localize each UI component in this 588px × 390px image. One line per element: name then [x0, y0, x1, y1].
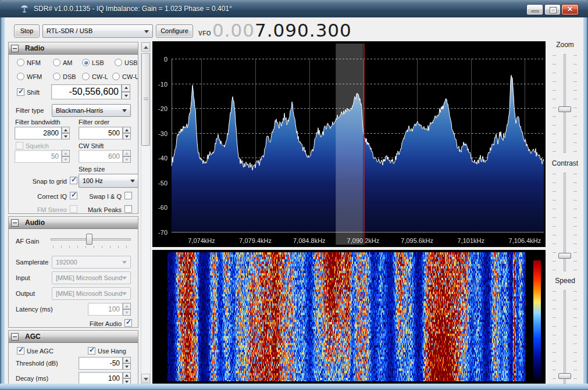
swap-iq-checkbox[interactable]	[124, 192, 132, 199]
sidebar-scrollbar[interactable]	[141, 42, 151, 384]
vfo-label: VFO	[198, 30, 211, 37]
filter-bandwidth-input[interactable]: 2800	[15, 127, 62, 139]
speed-slider[interactable]	[551, 290, 578, 384]
close-button[interactable]: ✕	[561, 4, 579, 15]
spin-up-icon[interactable]	[62, 127, 70, 133]
configure-button[interactable]: Configure	[156, 24, 193, 38]
spin-up-icon[interactable]	[122, 84, 130, 92]
shift-spinner[interactable]	[122, 84, 130, 99]
spin-down-icon[interactable]	[62, 156, 70, 163]
filter-type-select[interactable]: Blackman-Harris	[52, 104, 131, 117]
radio-mode-wfm[interactable]	[17, 73, 24, 80]
speed-slider-thumb[interactable]	[558, 373, 571, 379]
spin-down-icon[interactable]	[123, 133, 131, 139]
minimize-button[interactable]	[526, 4, 543, 15]
decay-input[interactable]: 100	[79, 372, 123, 384]
radio-mode-am[interactable]	[53, 59, 60, 66]
scroll-up-icon[interactable]	[141, 42, 150, 52]
radio-panel: Radio NFM AM LSB USB WFM DSB CW-L CW-U S…	[8, 42, 138, 214]
waterfall-panel	[152, 250, 546, 384]
squelch-checkbox[interactable]	[16, 142, 23, 149]
latency-spinner[interactable]	[123, 303, 131, 316]
collapse-icon[interactable]	[11, 333, 19, 341]
frequency-dim-digits[interactable]: 0.00	[212, 20, 255, 41]
scroll-down-icon[interactable]	[141, 374, 150, 383]
output-select[interactable]: [MME] Microsoft Sound	[52, 287, 131, 300]
squelch-input[interactable]: 50	[15, 150, 62, 163]
radio-mode-cwl[interactable]	[82, 73, 90, 80]
af-gain-slider-thumb[interactable]	[86, 234, 92, 245]
use-hang-checkbox[interactable]	[88, 347, 95, 355]
shift-checkbox[interactable]	[17, 88, 24, 96]
contrast-slider-thumb[interactable]	[558, 253, 571, 259]
contrast-slider[interactable]	[551, 173, 578, 271]
stop-button[interactable]: Stop	[14, 24, 40, 38]
radio-panel-header: Radio	[9, 42, 138, 55]
radio-mode-dsb-label: DSB	[63, 73, 76, 80]
titlebar[interactable]: SDR# v1.0.0.1135 - IQ Imbalance: Gain = …	[0, 0, 588, 17]
shift-input[interactable]: -50,556,600	[51, 84, 122, 99]
device-select[interactable]: RTL-SDR / USB	[42, 24, 153, 38]
spin-up-icon[interactable]	[123, 303, 131, 309]
input-select[interactable]: [MME] Microsoft Sound	[52, 271, 131, 284]
threshold-spinner[interactable]	[123, 357, 131, 370]
scrollbar-thumb[interactable]	[141, 53, 150, 146]
decay-spinner[interactable]	[123, 372, 131, 384]
samplerate-select[interactable]: 192000	[52, 256, 131, 269]
spin-down-icon[interactable]	[123, 378, 131, 384]
use-agc-label: Use AGC	[27, 348, 54, 355]
spin-up-icon[interactable]	[123, 127, 131, 133]
spin-up-icon[interactable]	[123, 372, 131, 378]
filter-audio-label: Filter Audio	[44, 320, 122, 327]
slider-track[interactable]	[564, 54, 566, 153]
filter-order-spinner[interactable]	[123, 127, 131, 139]
slider-track[interactable]	[564, 290, 566, 384]
spectrum-canvas[interactable]	[152, 41, 546, 247]
radio-mode-usb[interactable]	[115, 59, 122, 66]
frequency-display[interactable]: 0.007.090.300	[212, 20, 352, 41]
spin-down-icon[interactable]	[123, 156, 131, 163]
radio-mode-lsb[interactable]	[82, 59, 90, 66]
client-area: Stop RTL-SDR / USB Configure VFO 0.007.0…	[5, 17, 583, 384]
waterfall-canvas[interactable]	[152, 250, 546, 384]
cw-shift-input[interactable]: 600	[79, 150, 123, 163]
squelch-label: Squelch	[26, 142, 49, 149]
spin-down-icon[interactable]	[122, 92, 130, 99]
frequency-main-digits[interactable]: 7.090.300	[255, 20, 352, 41]
maximize-button[interactable]	[544, 4, 561, 15]
agc-panel-title: AGC	[25, 332, 41, 341]
radio-mode-nfm-label: NFM	[27, 59, 41, 66]
spin-up-icon[interactable]	[62, 150, 70, 156]
filter-order-input[interactable]: 500	[79, 127, 123, 139]
step-size-select[interactable]: 100 Hz	[79, 174, 138, 188]
filter-audio-checkbox[interactable]	[124, 319, 132, 327]
spin-down-icon[interactable]	[123, 309, 131, 316]
filter-bandwidth-spinner[interactable]	[62, 127, 70, 139]
collapse-icon[interactable]	[11, 219, 19, 227]
spin-down-icon[interactable]	[123, 363, 131, 370]
zoom-slider-thumb[interactable]	[558, 106, 571, 112]
spin-up-icon[interactable]	[123, 150, 131, 156]
window-title: SDR# v1.0.0.1135 - IQ Imbalance: Gain = …	[34, 5, 232, 13]
threshold-label: Threshold (dB)	[16, 360, 58, 367]
radio-mode-dsb[interactable]	[53, 73, 60, 80]
slider-ticks	[553, 174, 556, 270]
snap-to-grid-checkbox[interactable]	[70, 177, 77, 184]
collapse-icon[interactable]	[11, 45, 19, 52]
mark-peaks-checkbox[interactable]	[124, 205, 132, 213]
step-size-value: 100 Hz	[83, 177, 103, 184]
latency-input[interactable]: 100	[88, 303, 123, 316]
cw-shift-spinner[interactable]	[123, 150, 131, 163]
minimize-icon	[532, 10, 539, 12]
zoom-slider[interactable]	[551, 54, 578, 153]
radio-mode-lsb-label: LSB	[92, 59, 104, 66]
threshold-input[interactable]: -50	[79, 357, 123, 370]
use-agc-checkbox[interactable]	[17, 347, 24, 355]
spin-down-icon[interactable]	[62, 133, 70, 139]
squelch-spinner[interactable]	[62, 150, 70, 163]
window-border-right	[583, 17, 588, 384]
radio-mode-cwu[interactable]	[112, 73, 120, 80]
correct-iq-label: Correct IQ	[9, 193, 67, 200]
spin-up-icon[interactable]	[123, 357, 131, 363]
radio-mode-nfm[interactable]	[17, 59, 24, 66]
